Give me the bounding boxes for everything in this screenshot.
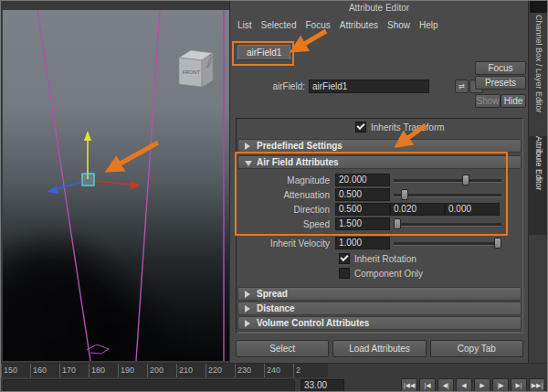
menu-selected[interactable]: Selected [261,20,297,30]
menu-list[interactable]: List [237,20,252,30]
range-slider[interactable] [3,379,295,392]
playback-controls: |◀◀ |◀ ◀| ◀ ▶ |▶ ▶| ▶▶| [401,378,545,392]
time-tick: 220 [206,364,235,378]
step-forward-frame-button[interactable]: |▶ [492,378,509,392]
attr-row-direction: Direction 0.500 0.020 0.000 [237,203,522,217]
time-tick: 150 [1,364,30,378]
viewport-overlay: FRONT RIGHT [3,10,229,361]
direction-z-input[interactable]: 0.000 [445,203,500,216]
tab-label: Channel Box / Layer Editor [534,15,543,132]
attenuation-label: Attenuation [237,189,330,202]
view-cube[interactable]: FRONT RIGHT [179,50,215,87]
time-tick: 2 [293,364,322,378]
attribute-editor-panel: Attribute Editor List Selected Focus Att… [229,1,528,363]
section-label: Air Field Attributes [257,157,339,167]
copy-tab-button[interactable]: Copy Tab [430,340,523,357]
speed-input[interactable]: 1.500 [335,217,390,230]
presets-button[interactable]: Presets [475,76,526,90]
time-tick: 240 [264,364,293,378]
section-label: Predefined Settings [257,141,342,151]
magnitude-input[interactable]: 20.000 [335,174,390,186]
tab-airfield1[interactable]: airField1 [237,45,290,60]
attenuation-slider[interactable] [394,189,501,200]
go-to-end-button[interactable]: ▶▶| [529,378,545,392]
tab-label: Attribute Editor [534,136,543,235]
time-tick: 190 [118,364,147,378]
section-label: Spread [257,289,288,299]
select-button[interactable]: Select [236,340,329,357]
panel-title: Attribute Editor [230,3,528,13]
inherits-transform-checkbox[interactable] [355,122,366,132]
time-slider-bar: 150 160 170 180 190 200 210 220 230 240 … [1,363,548,377]
manipulator-x-axis[interactable] [93,181,132,185]
collapsed-arrow-icon [245,320,250,327]
inherits-transform-label: Inherits Transform [371,122,445,132]
manipulator-center-handle[interactable] [82,174,94,185]
inherit-velocity-input[interactable]: 1.000 [335,237,390,249]
field-origin-wireframe [87,344,109,354]
time-tick: 170 [59,364,89,378]
inherit-rotation-checkbox[interactable] [339,253,350,264]
magnitude-label: Magnitude [237,175,330,187]
expanded-arrow-icon [245,161,252,166]
section-volume-control[interactable]: Volume Control Attributes [237,316,522,330]
section-distance[interactable]: Distance [237,302,522,315]
magnitude-slider[interactable] [394,175,501,185]
play-backwards-button[interactable]: ◀ [456,378,472,392]
window-corner-icon [530,1,548,13]
time-tick: 160 [30,364,59,378]
maya-window: FRONT RIGHT Attribute Editor List Select… [0,0,548,392]
inherit-rotation-row[interactable]: Inherit Rotation [339,253,523,267]
manipulator-z-arrowhead[interactable] [47,185,58,194]
inherit-velocity-slider[interactable] [394,238,501,249]
hide-button[interactable]: Hide [501,94,526,108]
collapsed-arrow-icon [245,305,250,313]
node-name-input[interactable]: airField1 [309,79,429,93]
step-back-key-button[interactable]: |◀ [419,378,436,392]
attenuation-input[interactable]: 0.500 [335,188,390,201]
manipulator-z-axis[interactable] [56,182,82,189]
component-only-label: Component Only [354,269,423,279]
section-spread[interactable]: Spread [237,287,522,301]
collapsed-arrow-icon [245,143,250,150]
go-to-start-button[interactable]: |◀◀ [401,378,417,392]
focus-button[interactable]: Focus [475,61,526,75]
step-back-frame-button[interactable]: ◀| [437,378,454,392]
footer-buttons: Select Load Attributes Copy Tab [236,340,523,357]
menu-attributes[interactable]: Attributes [340,20,378,30]
speed-slider[interactable] [394,218,501,229]
section-predefined-settings[interactable]: Predefined Settings [237,139,522,153]
inherits-transform-row[interactable]: Inherits Transform [355,122,523,135]
current-time-input[interactable]: 33.00 [300,379,344,392]
menubar: List Selected Focus Attributes Show Help [237,20,438,30]
section-label: Volume Control Attributes [257,318,369,328]
inherit-velocity-label: Inherit Velocity [237,238,330,250]
direction-y-input[interactable]: 0.020 [390,203,445,216]
section-special-effects[interactable]: Special Effects [237,331,522,334]
tab-channel-box-layer-editor[interactable]: Channel Box / Layer Editor [528,15,548,132]
manipulator-y-arrowhead[interactable] [84,131,91,141]
direction-label: Direction [237,204,330,217]
inherit-rotation-label: Inherit Rotation [354,254,416,264]
menu-help[interactable]: Help [419,20,438,30]
component-only-row[interactable]: Component Only [339,268,523,281]
manipulator-x-arrowhead[interactable] [131,181,141,189]
show-button[interactable]: Show [475,94,501,108]
menu-focus[interactable]: Focus [305,20,330,30]
time-ruler[interactable]: 150 160 170 180 190 200 210 220 230 240 … [1,364,328,378]
load-attributes-button[interactable]: Load Attributes [332,340,426,357]
attr-row-speed: Speed 1.500 [237,217,522,231]
section-air-field-attributes[interactable]: Air Field Attributes [237,155,522,169]
time-tick: 200 [147,364,176,378]
tab-attribute-editor[interactable]: Attribute Editor [528,136,548,235]
swap-node-icon[interactable]: ⇄ [455,79,469,93]
section-label: Distance [257,303,295,313]
speed-label: Speed [237,218,330,231]
viewport-panel[interactable]: FRONT RIGHT [3,10,229,361]
step-forward-key-button[interactable]: ▶| [511,378,527,392]
menu-show[interactable]: Show [387,20,410,30]
play-forwards-button[interactable]: ▶ [474,378,490,392]
direction-x-input[interactable]: 0.500 [335,203,390,216]
attribute-scroll-area: Inherits Transform Predefined Settings A… [236,118,523,334]
component-only-checkbox[interactable] [339,268,350,279]
